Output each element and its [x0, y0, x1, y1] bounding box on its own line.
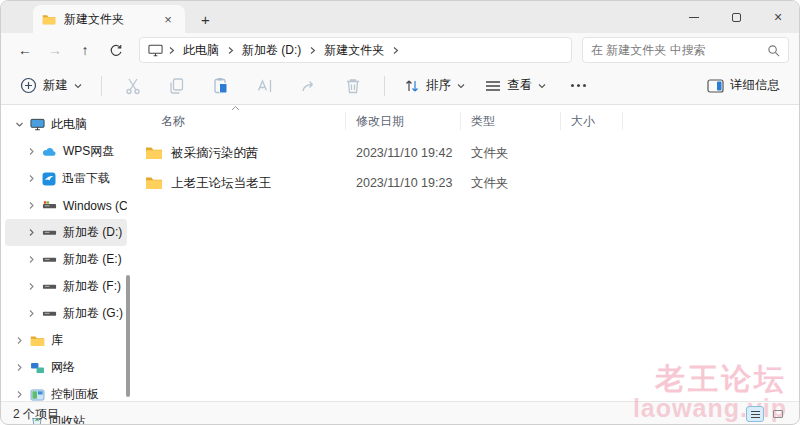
chevron-down-icon [74, 83, 82, 89]
chevron-right-icon[interactable] [15, 390, 24, 399]
file-date: 2023/11/10 19:23 [346, 176, 461, 190]
breadcrumb-this-pc[interactable]: 此电脑 [180, 40, 222, 61]
column-header-size[interactable]: 大小 [561, 112, 623, 130]
close-button[interactable]: × [757, 1, 799, 33]
sidebar-item-thunder-download[interactable]: 迅雷下载 [5, 165, 127, 192]
folder-icon [145, 176, 163, 190]
chevron-down-icon [457, 83, 465, 89]
chevron-right-icon[interactable] [27, 309, 36, 318]
address-bar[interactable]: 此电脑 新加卷 (D:) 新建文件夹 [139, 37, 572, 63]
details-view-toggle[interactable] [746, 406, 764, 422]
chevron-right-icon[interactable] [15, 336, 24, 345]
sidebar-item-label: 新加卷 (D:) [63, 224, 122, 241]
search-box[interactable] [582, 37, 789, 63]
forward-button[interactable]: → [41, 37, 69, 63]
sidebar-item-label: WPS网盘 [63, 143, 114, 160]
up-button[interactable]: ↑ [71, 37, 99, 63]
window-controls: × [673, 1, 799, 33]
delete-button[interactable] [336, 73, 370, 99]
chevron-right-icon[interactable] [27, 174, 36, 183]
sidebar-scrollbar[interactable] [126, 275, 130, 397]
cloud-icon [42, 146, 57, 157]
chevron-right-icon[interactable] [27, 282, 36, 291]
library-icon [30, 335, 45, 347]
copy-icon [168, 77, 186, 95]
sidebar-item-drive-d[interactable]: 新加卷 (D:) [5, 219, 127, 246]
details-view-icon [751, 411, 760, 418]
search-input[interactable] [591, 43, 761, 57]
minimize-button[interactable] [673, 1, 715, 33]
sidebar-item-libraries[interactable]: 库 [5, 327, 127, 354]
see-more-button[interactable] [561, 80, 595, 91]
file-name: 上老王论坛当老王 [171, 175, 271, 192]
chevron-right-icon[interactable] [27, 201, 36, 210]
breadcrumb-chevron-icon[interactable] [309, 46, 316, 55]
sidebar-item-drive-g[interactable]: 新加卷 (G:) [5, 300, 127, 327]
trash-icon [344, 77, 362, 95]
back-button[interactable]: ← [11, 37, 39, 63]
sidebar-item-drive-c[interactable]: Windows (C:) [5, 192, 127, 219]
refresh-button[interactable] [101, 37, 129, 63]
view-button[interactable]: 查看 [480, 73, 551, 98]
sidebar-item-wps-cloud[interactable]: WPS网盘 [5, 138, 127, 165]
navigation-sidebar: 此电脑 WPS网盘 迅雷下载 Windows (C:) 新加卷 (D:) [1, 105, 131, 401]
sidebar-item-label: 新加卷 (G:) [63, 305, 123, 322]
chevron-down-icon [538, 83, 546, 89]
column-header-name[interactable]: 名称 [131, 112, 346, 130]
rename-button[interactable] [248, 73, 282, 99]
breadcrumb-chevron-icon[interactable] [227, 46, 234, 55]
ellipsis-icon [571, 84, 586, 87]
minimize-icon [689, 17, 699, 18]
new-tab-button[interactable]: + [201, 13, 210, 27]
share-button[interactable] [292, 73, 326, 99]
column-header-type[interactable]: 类型 [461, 112, 561, 130]
drive-icon [42, 308, 57, 319]
file-row[interactable]: 上老王论坛当老王 2023/11/10 19:23 文件夹 [131, 168, 799, 198]
sidebar-item-this-pc[interactable]: 此电脑 [5, 111, 127, 138]
file-row[interactable]: 被采摘污染的茜 2023/11/10 19:42 文件夹 [131, 138, 799, 168]
tab-close-icon[interactable]: × [160, 11, 176, 27]
chevron-right-icon[interactable] [27, 228, 36, 237]
folder-icon [42, 14, 56, 25]
maximize-button[interactable] [715, 1, 757, 33]
titlebar: 新建文件夹 × + × [1, 1, 799, 33]
toolbar-separator [384, 76, 385, 96]
sort-button-label: 排序 [426, 77, 451, 94]
new-button-label: 新建 [43, 77, 68, 94]
tab-new-folder[interactable]: 新建文件夹 × [33, 5, 185, 33]
share-icon [300, 77, 318, 95]
copy-button[interactable] [160, 73, 194, 99]
sort-icon [404, 78, 420, 94]
cut-button[interactable] [116, 73, 150, 99]
refresh-icon [108, 43, 123, 58]
breadcrumb-current-folder[interactable]: 新建文件夹 [321, 40, 387, 61]
new-button[interactable]: 新建 [15, 73, 87, 98]
file-list-area[interactable]: 名称 修改日期 类型 大小 被采摘污染的茜 2023/11/10 19:42 文… [131, 105, 799, 401]
breadcrumb-chevron-icon[interactable] [168, 46, 175, 55]
column-header-date[interactable]: 修改日期 [346, 112, 461, 130]
sort-button[interactable]: 排序 [399, 73, 470, 98]
sidebar-item-drive-e[interactable]: 新加卷 (E:) [5, 246, 127, 273]
this-pc-icon [148, 44, 163, 57]
navigation-bar: ← → ↑ 此电脑 新加卷 (D:) 新建文件夹 [1, 33, 799, 67]
toolbar-separator [101, 76, 102, 96]
paste-button[interactable] [204, 73, 238, 99]
file-name-cell[interactable]: 被采摘污染的茜 [131, 145, 346, 162]
chevron-right-icon[interactable] [15, 363, 24, 372]
file-name-cell[interactable]: 上老王论坛当老王 [131, 175, 346, 192]
view-toggles [746, 406, 787, 422]
chevron-right-icon[interactable] [27, 147, 36, 156]
breadcrumb-chevron-icon[interactable] [392, 46, 399, 55]
breadcrumb-drive-d[interactable]: 新加卷 (D:) [239, 40, 304, 61]
large-icons-view-toggle[interactable] [769, 406, 787, 422]
details-pane-button[interactable]: 详细信息 [702, 73, 785, 98]
chevron-down-icon[interactable] [15, 120, 24, 129]
sidebar-item-drive-f[interactable]: 新加卷 (F:) [5, 273, 127, 300]
large-icons-view-icon [773, 410, 783, 418]
sidebar-item-network[interactable]: 网络 [5, 354, 127, 381]
file-date: 2023/11/10 19:42 [346, 146, 461, 160]
sidebar-item-label: Windows (C:) [63, 199, 127, 213]
file-name: 被采摘污染的茜 [171, 145, 259, 162]
rename-icon [256, 77, 274, 95]
chevron-right-icon[interactable] [27, 255, 36, 264]
